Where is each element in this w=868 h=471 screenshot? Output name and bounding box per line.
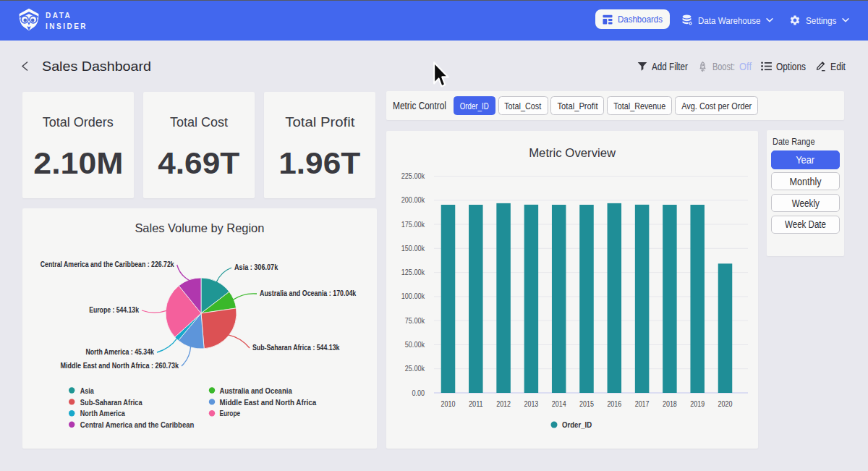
header-actions: Add Filter Boost: Off Options Edit (637, 61, 846, 72)
date-range-button-week-date[interactable]: Week Date (771, 216, 840, 234)
svg-text:2017: 2017 (635, 399, 650, 408)
svg-text:2020: 2020 (718, 399, 733, 408)
brand-line1: DATA (46, 10, 88, 21)
svg-text:125.00k: 125.00k (401, 268, 425, 276)
brand-line2: INSIDER (46, 21, 88, 32)
date-range-button-monthly[interactable]: Monthly (771, 172, 840, 191)
window-top-edge (0, 0, 868, 1)
svg-text:Europe: Europe (220, 409, 241, 417)
legend-dot-sub-saharan-africa (69, 399, 75, 404)
metric-button-order-id[interactable]: Order_ID (454, 96, 495, 115)
kpi-card-total-orders: Total Orders 2.10M (22, 92, 134, 198)
bar-2012[interactable] (496, 203, 511, 393)
svg-text:Sub-Saharan Africa: Sub-Saharan Africa (80, 398, 142, 407)
svg-text:Australia and Oceania: Australia and Oceania (220, 386, 293, 395)
gear-icon (789, 14, 801, 26)
nav-dashboards-label: Dashboards (618, 14, 663, 25)
edit-button[interactable]: Edit (815, 61, 846, 72)
bar-2018[interactable] (663, 205, 677, 393)
chevron-down-icon (766, 18, 773, 22)
svg-text:Central America and the Caribb: Central America and the Caribbean (80, 420, 194, 429)
metric-button-total-profit[interactable]: Total_Profit (550, 96, 604, 115)
kpi-label: Total Cost (143, 115, 255, 130)
date-range-button-year[interactable]: Year (771, 150, 840, 169)
rocket-icon (697, 61, 708, 72)
bar-2013[interactable] (524, 205, 539, 393)
svg-text:Australia and Oceania : 170.04: Australia and Oceania : 170.04k (260, 289, 356, 297)
sales-volume-pie-card: Asia : 306.07kAustralia and Oceania : 17… (22, 208, 377, 449)
svg-text:North America: North America (80, 409, 126, 417)
nav-dashboards-button[interactable]: Dashboards (595, 9, 670, 29)
metric-overview-chart-card: 0.0025.00k50.00k75.00k100.00k125.00k150.… (386, 131, 758, 449)
svg-text:0.00: 0.00 (412, 389, 425, 397)
svg-text:Europe : 544.13k: Europe : 544.13k (89, 305, 139, 314)
kpi-label: Total Orders (22, 115, 134, 130)
svg-text:2011: 2011 (469, 399, 483, 408)
pencil-icon (815, 61, 826, 72)
mouse-cursor (433, 61, 452, 90)
kpi-card-total-profit: Total Profit 1.96T (264, 92, 375, 198)
legend-dot-order-id (551, 422, 558, 428)
svg-text:2012: 2012 (496, 399, 511, 408)
metric-control-bar: Metric Control Order_IDTotal_CostTotal_P… (386, 91, 844, 120)
svg-text:Central America and the Caribb: Central America and the Caribbean : 226.… (41, 260, 174, 268)
back-button[interactable] (21, 61, 28, 71)
svg-text:200.00k: 200.00k (401, 196, 425, 204)
svg-text:225.00k: 225.00k (401, 172, 425, 180)
bar-2017[interactable] (635, 205, 650, 393)
boost-label: Boost: (712, 61, 735, 72)
legend-dot-australia-and-oceania (209, 387, 215, 393)
bar-2010[interactable] (441, 205, 456, 393)
options-label: Options (776, 61, 806, 72)
bar-chart: 0.0025.00k50.00k75.00k100.00k125.00k150.… (386, 131, 758, 449)
metric-control-label: Metric Control (393, 100, 446, 111)
kpi-value: 1.96T (264, 146, 375, 181)
svg-text:2010: 2010 (441, 399, 456, 408)
legend-dot-middle-east-and-north-africa (209, 399, 215, 404)
svg-text:100.00k: 100.00k (401, 292, 425, 300)
bar-2011[interactable] (469, 205, 483, 393)
nav-settings-label: Settings (806, 15, 836, 26)
svg-text:75.00k: 75.00k (405, 317, 425, 325)
nav-data-warehouse[interactable]: Data Warehouse (681, 0, 773, 41)
date-range-title: Date Range (773, 136, 815, 147)
metric-button-total-cost[interactable]: Total_Cost (498, 96, 548, 115)
metric-button-avg-cost-per-order[interactable]: Avg. Cost per Order (675, 96, 758, 115)
bar-2016[interactable] (608, 203, 622, 393)
kpi-label: Total Profit (264, 115, 375, 130)
bar-2015[interactable] (579, 205, 594, 393)
svg-text:2019: 2019 (690, 399, 705, 408)
pie-chart-title: Sales Volume by Region (22, 221, 377, 235)
svg-text:50.00k: 50.00k (405, 341, 425, 349)
metric-buttons: Order_IDTotal_CostTotal_ProfitTotal_Reve… (454, 96, 758, 115)
svg-text:Middle East and North Africa :: Middle East and North Africa : 260.73k (61, 361, 179, 370)
bar-2020[interactable] (718, 263, 733, 393)
navbar: DATA INSIDER Dashboards Data Warehouse (0, 0, 868, 41)
options-button[interactable]: Options (761, 61, 806, 72)
nav-settings[interactable]: Settings (789, 0, 849, 41)
legend-dot-europe (209, 410, 215, 416)
date-range-button-weekly[interactable]: Weekly (771, 194, 840, 213)
pie-chart: Asia : 306.07kAustralia and Oceania : 17… (22, 208, 377, 449)
bar-2014[interactable] (552, 205, 566, 393)
add-filter-button[interactable]: Add Filter (637, 61, 688, 72)
svg-text:2015: 2015 (579, 399, 594, 408)
kpi-card-total-cost: Total Cost 4.69T (143, 92, 255, 198)
boost-toggle[interactable]: Boost: Off (697, 61, 752, 72)
edit-label: Edit (830, 61, 846, 72)
nav-warehouse-label: Data Warehouse (698, 15, 760, 26)
svg-text:150.00k: 150.00k (401, 245, 425, 253)
svg-text:Asia : 306.07k: Asia : 306.07k (234, 263, 278, 271)
kpi-value: 2.10M (22, 146, 134, 181)
svg-text:2016: 2016 (607, 399, 621, 408)
boost-value: Off (739, 61, 752, 72)
pie-slice-sub-saharan-africa[interactable] (201, 308, 237, 349)
bar-2019[interactable] (690, 205, 705, 393)
svg-text:Asia: Asia (80, 386, 95, 395)
filter-icon (637, 61, 647, 72)
svg-text:2014: 2014 (552, 399, 566, 408)
database-icon (681, 14, 693, 26)
metric-button-total-revenue[interactable]: Total_Revenue (607, 96, 672, 115)
svg-text:25.00k: 25.00k (405, 365, 425, 373)
svg-text:Middle East and North Africa: Middle East and North Africa (220, 398, 317, 407)
